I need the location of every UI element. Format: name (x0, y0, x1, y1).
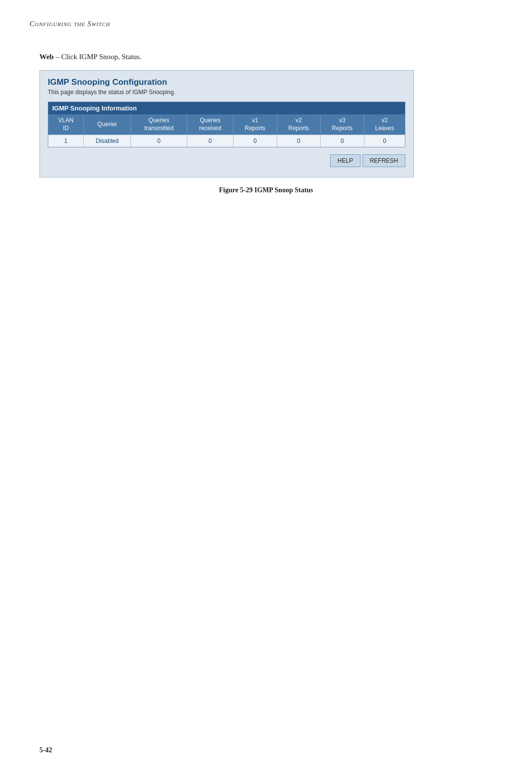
main-content: Web – Click IGMP Snoop, Status. IGMP Sno… (0, 38, 532, 214)
igmp-table: VLANID Querier Queriestransmitted Querie… (48, 114, 405, 147)
page-header: Configuring the Switch (0, 0, 532, 38)
instruction-separator: – (54, 53, 61, 61)
cell-v1-reports: 0 (233, 135, 277, 147)
table-body: 1 Disabled 0 0 0 0 0 0 (48, 135, 405, 147)
cell-querier: Disabled (84, 135, 131, 147)
cell-queries-received: 0 (187, 135, 233, 147)
figure-caption: Figure 5-29 IGMP Snoop Status (39, 186, 493, 194)
cell-queries-transmitted: 0 (131, 135, 187, 147)
cell-v2-reports: 0 (277, 135, 321, 147)
instruction-text: Click IGMP Snoop, Status. (61, 53, 141, 61)
col-v2-leaves: v2Leaves (364, 114, 405, 135)
panel-subtitle: This page displays the status of IGMP Sn… (48, 89, 405, 96)
header-row: VLANID Querier Queriestransmitted Querie… (48, 114, 405, 135)
refresh-button[interactable]: REFRESH (363, 154, 405, 167)
col-v1-reports: v1Reports (233, 114, 277, 135)
panel-title: IGMP Snooping Configuration (48, 77, 405, 87)
instruction-prefix: Web (39, 53, 54, 61)
web-instruction: Web – Click IGMP Snoop, Status. (39, 53, 493, 61)
help-button[interactable]: HELP (330, 154, 360, 167)
table-wrapper: IGMP Snooping Information VLANID Querier… (48, 102, 405, 147)
col-v3-reports: v3Reports (321, 114, 365, 135)
cell-v3-reports: 0 (321, 135, 365, 147)
cell-vlan-id: 1 (48, 135, 84, 147)
col-vlan-id: VLANID (48, 114, 84, 135)
col-queries-transmitted: Queriestransmitted (131, 114, 187, 135)
igmp-panel: IGMP Snooping Configuration This page di… (39, 70, 414, 177)
col-querier: Querier (84, 114, 131, 135)
col-queries-received: Queriesreceived (187, 114, 233, 135)
table-header: VLANID Querier Queriestransmitted Querie… (48, 114, 405, 135)
page-header-title: Configuring the Switch (30, 20, 110, 28)
button-row: HELP REFRESH (48, 154, 405, 167)
page-number: 5-42 (39, 746, 52, 754)
cell-v2-leaves: 0 (364, 135, 405, 147)
table-row: 1 Disabled 0 0 0 0 0 0 (48, 135, 405, 147)
col-v2-reports: v2Reports (277, 114, 321, 135)
section-header: IGMP Snooping Information (48, 102, 405, 114)
